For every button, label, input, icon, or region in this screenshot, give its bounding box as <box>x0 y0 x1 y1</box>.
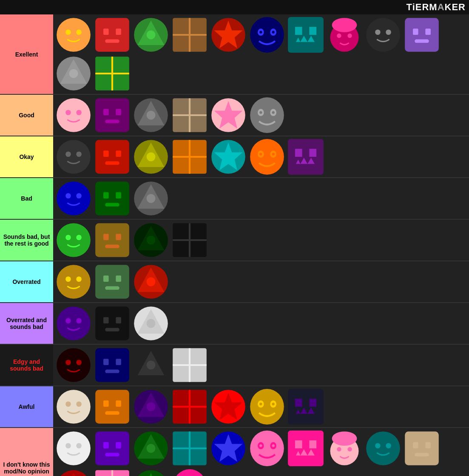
tier-item-yellow-hair <box>55 263 92 300</box>
svg-point-120 <box>76 318 82 323</box>
svg-point-192 <box>347 447 352 451</box>
tier-label-edgy-sounds-bad: Edgy and sounds bad <box>0 345 53 385</box>
svg-rect-5 <box>116 28 121 35</box>
svg-point-174 <box>147 444 156 453</box>
tier-item-dark-monster <box>55 138 92 176</box>
svg-point-2 <box>76 29 82 35</box>
svg-rect-122 <box>103 317 109 323</box>
tier-item-gray-round <box>55 55 92 92</box>
tier-item-hot-pink <box>287 430 324 467</box>
tier-item-purple-shades <box>55 305 92 342</box>
tier-item-pink-explosion <box>171 468 208 476</box>
svg-point-56 <box>250 97 284 133</box>
svg-point-180 <box>250 431 284 466</box>
svg-rect-197 <box>413 442 418 448</box>
svg-rect-89 <box>103 192 109 198</box>
svg-point-165 <box>57 431 91 465</box>
tier-content-okay <box>53 136 469 177</box>
tier-item-pink-large <box>94 468 131 476</box>
tier-content-bad <box>53 178 469 219</box>
tier-item-undertale-char <box>55 430 92 467</box>
svg-point-166 <box>65 443 71 448</box>
svg-point-195 <box>386 443 391 448</box>
tier-row-awful: Awful <box>0 386 469 428</box>
svg-point-194 <box>375 443 381 448</box>
svg-point-129 <box>65 360 71 365</box>
tier-item-red-headphones <box>171 388 208 425</box>
tier-row-bad: Bad <box>0 178 469 220</box>
tier-item-pink-pixel <box>210 96 247 134</box>
svg-point-59 <box>259 111 262 114</box>
tier-item-teal-creature <box>287 16 324 54</box>
svg-rect-33 <box>425 28 431 35</box>
tier-item-yellow-square <box>248 388 286 425</box>
svg-point-94 <box>147 194 156 203</box>
svg-point-63 <box>76 151 82 157</box>
tier-item-dark-fist <box>94 305 131 342</box>
tier-item-white-hair <box>171 346 208 384</box>
tier-item-tv-face <box>132 96 170 134</box>
tier-item-spider-blue <box>248 16 286 54</box>
tier-item-green-pixel <box>132 221 170 259</box>
svg-rect-133 <box>116 359 121 365</box>
tier-item-orange-hair-girl <box>94 388 131 425</box>
svg-point-86 <box>65 193 71 198</box>
tier-item-green-goggles <box>132 430 170 467</box>
tier-item-pink-bow <box>55 96 92 134</box>
svg-point-62 <box>65 151 71 157</box>
svg-rect-114 <box>105 286 119 289</box>
svg-point-118 <box>57 306 91 340</box>
svg-point-127 <box>147 319 156 328</box>
tier-label-overrated: Overrated <box>0 261 53 302</box>
svg-point-104 <box>147 236 156 245</box>
tier-item-dark-gas-mask <box>132 346 170 384</box>
tier-item-teal-flower <box>171 430 208 467</box>
svg-point-50 <box>147 111 156 120</box>
svg-point-87 <box>76 193 82 198</box>
svg-rect-121 <box>95 306 129 340</box>
svg-point-190 <box>332 431 357 446</box>
svg-rect-34 <box>415 39 429 42</box>
svg-point-117 <box>147 278 156 286</box>
svg-point-150 <box>147 402 156 411</box>
svg-rect-144 <box>95 390 129 424</box>
tier-item-black-hat-man <box>171 221 208 259</box>
svg-rect-98 <box>95 223 129 257</box>
svg-rect-31 <box>405 18 439 52</box>
tier-label-overrated-sounds-bad: Overrated and sounds bad <box>0 303 53 344</box>
svg-rect-6 <box>105 39 119 42</box>
svg-point-143 <box>76 401 82 407</box>
svg-rect-99 <box>103 234 109 240</box>
tier-item-purple-villain <box>132 388 170 425</box>
tier-item-pink-pony <box>326 430 363 467</box>
tier-row-sounds-bad: Sounds bad, but the rest is good <box>0 220 469 261</box>
svg-point-61 <box>57 140 91 174</box>
svg-point-60 <box>272 111 275 114</box>
tier-label-okay: Okay <box>0 136 53 177</box>
tier-content-overrated-sounds-bad <box>53 303 469 344</box>
tier-item-purple-round <box>403 16 441 54</box>
svg-point-79 <box>259 153 262 156</box>
svg-point-37 <box>69 69 78 78</box>
tier-content-sounds-bad <box>53 220 469 261</box>
tier-row-overrated: Overrated <box>0 261 469 303</box>
tier-item-pixel-grid <box>364 16 402 54</box>
svg-rect-169 <box>103 442 109 448</box>
svg-point-193 <box>366 431 400 465</box>
tier-item-red-clown <box>210 388 247 425</box>
svg-point-109 <box>65 276 71 282</box>
tier-item-hat-glasses <box>171 96 208 134</box>
svg-rect-186 <box>295 440 302 448</box>
svg-rect-91 <box>105 203 119 206</box>
svg-point-43 <box>76 110 82 115</box>
tier-item-purple-ghost <box>94 430 131 467</box>
tier-item-orange-shades <box>248 138 286 176</box>
svg-rect-81 <box>288 139 324 175</box>
tier-item-gray-sketch <box>248 96 286 134</box>
svg-rect-112 <box>103 275 109 282</box>
tier-item-bald-guy <box>55 388 92 425</box>
svg-point-30 <box>386 29 391 35</box>
tier-label-bad: Bad <box>0 178 53 219</box>
tier-row-dont-know: I don't know this mod/No opinion <box>0 428 469 476</box>
svg-point-110 <box>76 276 82 282</box>
